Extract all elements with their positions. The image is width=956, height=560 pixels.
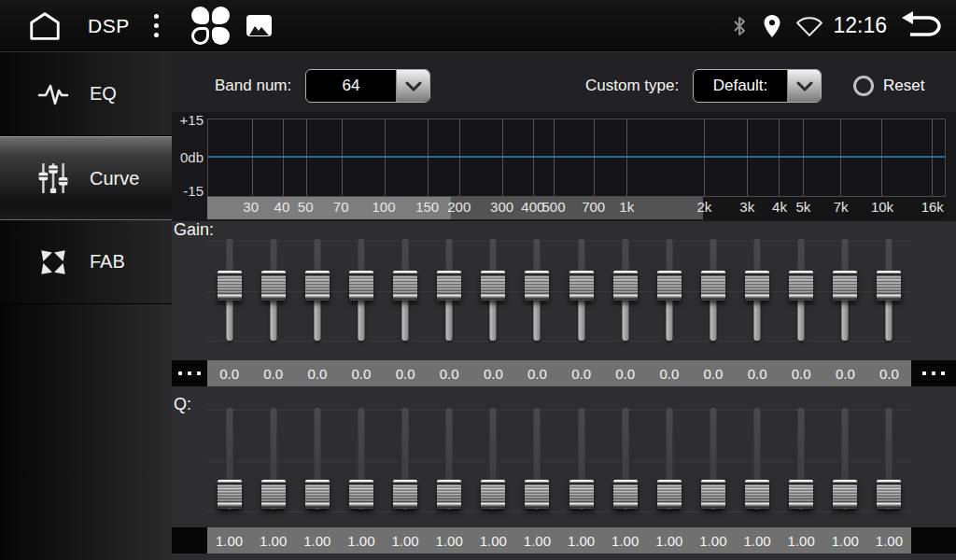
slider-handle[interactable]	[525, 271, 549, 301]
slider-handle[interactable]	[833, 480, 857, 509]
slider-handle[interactable]	[481, 480, 505, 509]
q-band-slider[interactable]	[295, 404, 339, 514]
gain-band-slider[interactable]	[515, 235, 559, 345]
q-band-slider[interactable]	[207, 404, 251, 514]
slider-handle[interactable]	[393, 271, 417, 301]
back-icon[interactable]	[900, 10, 943, 42]
gain-band-value: 0.0	[559, 360, 603, 386]
q-scroll-right-button[interactable]	[911, 527, 956, 553]
slider-handle[interactable]	[261, 271, 286, 301]
gain-band-slider[interactable]	[559, 235, 603, 345]
q-band-slider[interactable]	[515, 404, 559, 514]
slider-handle[interactable]	[701, 480, 725, 509]
gain-band-slider[interactable]	[603, 235, 647, 345]
slider-handle[interactable]	[789, 480, 813, 509]
q-band-value: 1.00	[823, 527, 867, 553]
band-num-dropdown[interactable]: 64	[305, 69, 430, 103]
slider-handle[interactable]	[437, 480, 461, 509]
slider-handle[interactable]	[393, 480, 417, 509]
custom-type-dropdown[interactable]: Default:	[693, 69, 822, 103]
q-band-slider[interactable]	[384, 404, 428, 514]
freq-tick-label: 3k	[739, 199, 754, 215]
gain-band-value: 0.0	[339, 360, 383, 386]
freq-tick-label: 200	[447, 199, 471, 215]
slider-handle[interactable]	[305, 480, 330, 509]
gain-band-slider[interactable]	[339, 235, 383, 345]
slider-handle[interactable]	[657, 480, 682, 509]
status-bar: DSP 12:16	[0, 0, 956, 52]
freq-tick-label: 10k	[871, 199, 893, 215]
slider-handle[interactable]	[525, 480, 549, 509]
slider-handle[interactable]	[261, 480, 286, 509]
clock: 12:16	[833, 13, 887, 38]
slider-handle[interactable]	[833, 271, 857, 301]
slider-handle[interactable]	[569, 271, 594, 301]
gain-band-slider[interactable]	[251, 235, 295, 345]
q-band-slider[interactable]	[251, 404, 295, 514]
q-band-slider[interactable]	[823, 404, 867, 514]
slider-handle[interactable]	[613, 480, 638, 509]
reset-radio-icon[interactable]	[853, 76, 874, 96]
q-band-slider[interactable]	[691, 404, 735, 514]
slider-handle[interactable]	[218, 271, 242, 301]
q-band-slider[interactable]	[428, 404, 471, 514]
q-band-slider[interactable]	[867, 404, 911, 514]
slider-handle[interactable]	[481, 271, 505, 301]
custom-type-label: Custom type:	[585, 77, 679, 95]
q-band-slider[interactable]	[603, 404, 647, 514]
freq-axis-strip[interactable]: 304050701001502003004005007001k2k3k4k5k7…	[207, 197, 946, 219]
slider-handle[interactable]	[437, 271, 461, 301]
gain-band-slider[interactable]	[207, 235, 251, 345]
apps-launcher-icon[interactable]	[190, 6, 232, 47]
q-band-slider[interactable]	[780, 404, 823, 514]
q-scroll-left-button[interactable]	[172, 527, 207, 553]
gain-band-slider[interactable]	[691, 235, 735, 345]
sidebar-item-curve[interactable]: Curve	[0, 136, 172, 220]
q-band-slider[interactable]	[471, 404, 515, 514]
slider-handle[interactable]	[349, 480, 373, 509]
gain-band-slider[interactable]	[823, 235, 867, 345]
q-band-slider[interactable]	[647, 404, 691, 514]
slider-handle[interactable]	[789, 271, 813, 301]
slider-handle[interactable]	[613, 271, 638, 301]
gain-band-value: 0.0	[384, 360, 428, 386]
gain-band-slider[interactable]	[295, 235, 339, 345]
sidebar-item-eq[interactable]: EQ	[0, 52, 172, 136]
slider-handle[interactable]	[877, 271, 901, 301]
freq-tick-label: 700	[582, 199, 605, 215]
slider-handle[interactable]	[745, 480, 769, 509]
slider-handle[interactable]	[657, 271, 682, 301]
chevron-down-icon[interactable]	[787, 70, 821, 102]
slider-handle[interactable]	[349, 271, 373, 301]
eq-plot[interactable]	[207, 119, 946, 197]
gain-scroll-right-button[interactable]	[911, 360, 956, 386]
q-band-slider[interactable]	[339, 404, 383, 514]
home-icon[interactable]	[22, 8, 67, 44]
freq-tick-label: 150	[415, 199, 439, 215]
q-band-slider[interactable]	[559, 404, 603, 514]
gain-band-slider[interactable]	[867, 235, 911, 345]
reset-button[interactable]: Reset	[853, 69, 924, 103]
sidebar-item-fab[interactable]: FAB	[0, 220, 172, 304]
slider-handle[interactable]	[701, 271, 725, 301]
overflow-menu-icon[interactable]	[145, 8, 168, 43]
q-band-slider[interactable]	[736, 404, 780, 514]
gain-band-value: 0.0	[251, 360, 295, 386]
gain-band-slider[interactable]	[780, 235, 823, 345]
slider-handle[interactable]	[569, 480, 594, 509]
gain-band-slider[interactable]	[736, 235, 780, 345]
slider-handle[interactable]	[305, 271, 330, 301]
gain-band-slider[interactable]	[384, 235, 428, 345]
slider-handle[interactable]	[877, 480, 901, 509]
gain-band-slider[interactable]	[471, 235, 515, 345]
gain-band-slider[interactable]	[647, 235, 691, 345]
gain-scroll-left-button[interactable]	[172, 360, 207, 386]
chevron-down-icon[interactable]	[396, 70, 429, 102]
band-num-value: 64	[306, 70, 396, 102]
q-band-value: 1.00	[780, 527, 823, 553]
gain-band-slider[interactable]	[428, 235, 471, 345]
slider-handle[interactable]	[745, 271, 769, 301]
gallery-icon[interactable]	[246, 15, 272, 36]
slider-handle[interactable]	[218, 480, 242, 509]
q-sliders	[207, 404, 911, 514]
